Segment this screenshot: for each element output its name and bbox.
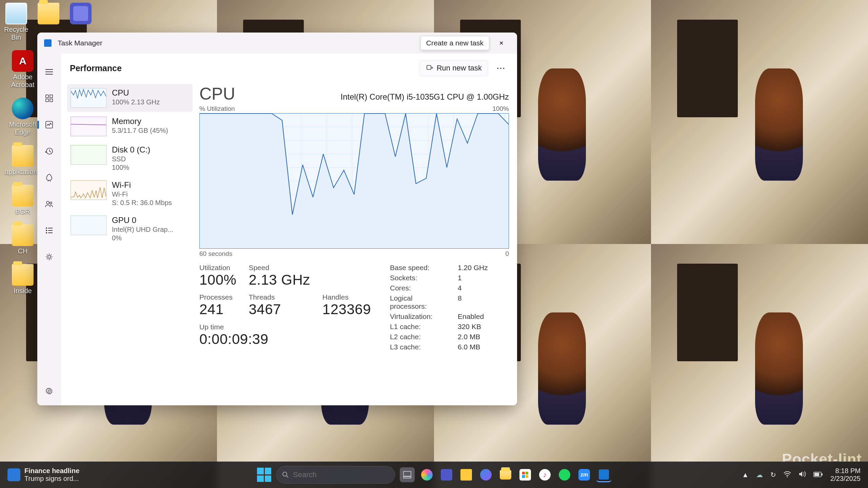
desktop-icon-inside[interactable]: Inside bbox=[4, 264, 41, 295]
memory-thumb bbox=[71, 117, 106, 136]
svg-point-9 bbox=[46, 230, 47, 231]
svg-point-7 bbox=[50, 202, 52, 204]
label: Recycle Bin bbox=[4, 26, 28, 41]
sub2: 0% bbox=[112, 234, 173, 242]
desktop-icon-ch[interactable]: CH bbox=[4, 224, 41, 255]
nav-performance[interactable] bbox=[44, 119, 55, 130]
svg-point-10 bbox=[46, 232, 47, 233]
windows-icon bbox=[257, 468, 271, 482]
svg-point-11 bbox=[48, 256, 51, 258]
nav-services[interactable] bbox=[44, 251, 55, 262]
onedrive-icon[interactable]: ☁ bbox=[756, 471, 763, 479]
desktop-icon-recycle-bin[interactable]: Recycle Bin bbox=[4, 3, 28, 41]
volume-icon[interactable] bbox=[798, 471, 806, 479]
sync-icon[interactable]: ↻ bbox=[770, 471, 776, 479]
zoom-icon: zm bbox=[578, 469, 590, 481]
axis-label: 100% bbox=[492, 105, 509, 113]
resource-memory[interactable]: Memory5.3/11.7 GB (45%) bbox=[67, 113, 193, 140]
resource-disk[interactable]: Disk 0 (C:)SSD100% bbox=[67, 141, 193, 176]
label: Inside bbox=[14, 287, 32, 295]
recycle-bin-icon bbox=[5, 3, 27, 24]
zoom-button[interactable]: zm bbox=[577, 467, 592, 482]
search-input[interactable] bbox=[293, 470, 386, 479]
cpu-detail: CPU Intel(R) Core(TM) i5-1035G1 CPU @ 1.… bbox=[199, 84, 509, 397]
store-button[interactable] bbox=[518, 467, 533, 482]
value: 2.13 GHz bbox=[249, 272, 310, 288]
desktop-icon-applications[interactable]: applications bbox=[4, 145, 41, 176]
folder-icon bbox=[12, 224, 34, 246]
clipchamp-button[interactable] bbox=[478, 467, 493, 482]
folder-icon bbox=[12, 185, 34, 206]
label: Handles bbox=[322, 293, 371, 301]
resource-cpu[interactable]: CPU100% 2.13 GHz bbox=[67, 84, 193, 112]
nav-startup[interactable] bbox=[44, 172, 55, 183]
sub: 100% 2.13 GHz bbox=[112, 98, 160, 106]
clipchamp-icon bbox=[480, 469, 492, 481]
battery-icon[interactable] bbox=[813, 471, 823, 479]
label: Processes bbox=[199, 293, 236, 301]
desktop-icon-edge[interactable]: Microsoft Edge bbox=[4, 98, 41, 136]
users-icon bbox=[45, 201, 53, 207]
wifi-icon[interactable] bbox=[784, 471, 791, 479]
desktop-icon-acrobat[interactable]: A Adobe Acrobat bbox=[4, 50, 41, 89]
news-widget[interactable]: Finance headlineTrump signs ord... bbox=[7, 467, 79, 483]
nav-settings[interactable] bbox=[44, 386, 55, 396]
grid-icon bbox=[45, 95, 53, 102]
tooltip: Create a new task bbox=[420, 36, 489, 50]
settings-icon bbox=[45, 387, 53, 395]
svg-rect-0 bbox=[46, 95, 48, 98]
time: 8:18 PM bbox=[830, 467, 861, 475]
value: 3467 bbox=[249, 301, 310, 318]
taskview-icon bbox=[403, 471, 411, 479]
nav-processes[interactable] bbox=[44, 93, 55, 104]
axis-label: 0 bbox=[505, 250, 509, 258]
run-new-task-button[interactable]: Run new task bbox=[420, 60, 488, 76]
value: 100% bbox=[199, 272, 236, 288]
sub2: S: 0.5 R: 36.0 Mbps bbox=[112, 199, 172, 207]
task-manager-window: Task Manager — □ ✕ bbox=[37, 33, 517, 405]
clock[interactable]: 8:18 PM 2/23/2025 bbox=[830, 467, 861, 483]
svg-rect-16 bbox=[403, 477, 411, 478]
music-icon: ♪ bbox=[539, 469, 551, 481]
label: Utilization bbox=[199, 264, 236, 272]
store-icon bbox=[519, 469, 531, 481]
nav-details[interactable] bbox=[44, 225, 55, 236]
detail-title: CPU bbox=[199, 84, 235, 104]
spotify-button[interactable] bbox=[557, 467, 572, 482]
copilot-button[interactable] bbox=[419, 467, 434, 482]
search-box[interactable] bbox=[276, 466, 395, 484]
tray-chevron-up-icon[interactable]: ▲ bbox=[742, 471, 749, 479]
startup-icon bbox=[45, 174, 53, 181]
label: Threads bbox=[249, 293, 310, 301]
svg-rect-3 bbox=[50, 99, 53, 102]
stat-key: L1 cache: bbox=[390, 323, 451, 331]
start-button[interactable] bbox=[257, 467, 272, 482]
itunes-button[interactable]: ♪ bbox=[537, 467, 552, 482]
resource-list: CPU100% 2.13 GHz Memory5.3/11.7 GB (45%)… bbox=[67, 84, 193, 397]
close-button[interactable]: ✕ bbox=[489, 35, 514, 51]
taskmanager-button[interactable] bbox=[596, 467, 611, 482]
system-tray: ▲ ☁ ↻ 8:18 PM 2/23/2025 bbox=[742, 467, 861, 483]
teams-button[interactable] bbox=[439, 467, 454, 482]
hamburger-button[interactable] bbox=[44, 66, 55, 77]
resource-wifi[interactable]: Wi-FiWi-FiS: 0.5 R: 36.0 Mbps bbox=[67, 176, 193, 211]
explorer-button[interactable] bbox=[498, 467, 513, 482]
stat-value: 8 bbox=[458, 294, 488, 310]
label: applications bbox=[5, 168, 41, 176]
notes-button[interactable] bbox=[459, 467, 474, 482]
cpu-full-name: Intel(R) Core(TM) i5-1035G1 CPU @ 1.00GH… bbox=[341, 92, 509, 102]
sub2: 100% bbox=[112, 164, 150, 171]
resource-gpu[interactable]: GPU 0Intel(R) UHD Grap...0% bbox=[67, 211, 193, 246]
stats-primary: Utilization100% Speed2.13 GHz Processes2… bbox=[199, 264, 371, 351]
more-options-button[interactable]: ⋯ bbox=[493, 61, 508, 76]
desktop-icon-bgr[interactable]: BGR bbox=[4, 185, 41, 216]
label: CPU bbox=[112, 88, 160, 98]
acrobat-icon: A bbox=[12, 50, 34, 72]
stat-key: L3 cache: bbox=[390, 343, 451, 351]
nav-app-history[interactable] bbox=[44, 146, 55, 157]
folder-icon bbox=[500, 470, 511, 480]
svg-point-14 bbox=[283, 472, 287, 476]
taskview-button[interactable] bbox=[400, 467, 415, 482]
nav-users[interactable] bbox=[44, 199, 55, 209]
label: GPU 0 bbox=[112, 216, 173, 225]
